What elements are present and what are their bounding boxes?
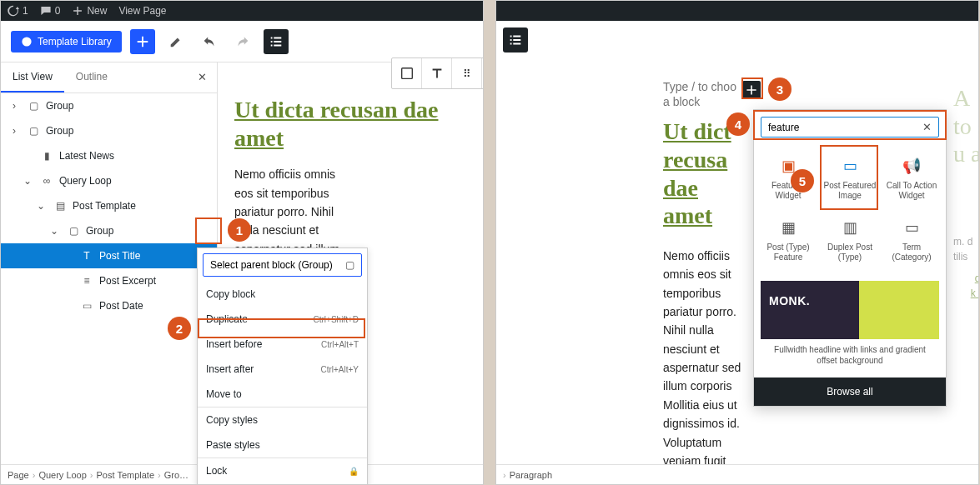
tree-item-post-date[interactable]: ▭Post Date [1, 293, 217, 318]
tree-item-group[interactable]: ⌄▢Group [1, 218, 217, 243]
search-input[interactable] [768, 122, 922, 133]
comments-count: 0 [55, 5, 61, 17]
admin-bar [496, 1, 978, 21]
background-link: d " [975, 272, 979, 284]
crumb[interactable]: Post Template [97, 470, 155, 480]
preview-description: Fullwidth headline with links and gradie… [761, 339, 939, 371]
ins-label: Call To Action Widget [884, 181, 939, 201]
heading-link[interactable]: Ut dict recusa dae amet [663, 118, 731, 228]
parent-selector-button[interactable] [392, 58, 422, 88]
chevron-down-icon: ⌄ [21, 175, 34, 187]
duplicate-item[interactable]: DuplicateCtrl+Shift+D [198, 307, 367, 332]
refresh-count: 1 [23, 5, 28, 17]
listview-toggle-button[interactable] [264, 29, 289, 54]
insert-before-item[interactable]: Insert beforeCtrl+Alt+T [198, 332, 367, 357]
view-page-item[interactable]: View Page [118, 5, 166, 17]
step-4-badge: 4 [726, 112, 750, 136]
template-icon: ▤ [53, 198, 68, 213]
comments-item[interactable]: 0 [40, 5, 61, 17]
tree-item-group[interactable]: ›▢Group [1, 118, 217, 143]
lock-item[interactable]: Lock🔒 [198, 458, 367, 483]
redo-button[interactable] [230, 29, 255, 54]
list-view-panel: List View Outline ✕ ›▢Group ›▢Group ▮Lat… [1, 62, 218, 485]
ctx-label: Lock [206, 465, 227, 477]
date-icon: ▭ [79, 298, 94, 313]
crumb[interactable]: Gro… [164, 470, 188, 480]
template-library-label: Template Library [38, 36, 112, 48]
crumb[interactable]: Query Loop [38, 470, 86, 480]
inserter-item-post-featured-image[interactable]: ▭Post Featured Image [819, 148, 881, 209]
new-item[interactable]: New [72, 5, 107, 17]
inserter-item-cta-widget[interactable]: 📢Call To Action Widget [881, 148, 942, 209]
pencil-icon [168, 34, 183, 49]
move-to-item[interactable]: Move to [198, 382, 367, 408]
block-inserter-popover: ✕ ▣Featured Widget ▭Post Featured Image … [753, 109, 947, 407]
inserter-search-field[interactable]: ✕ [761, 117, 939, 138]
copy-block-item[interactable]: Copy block [198, 282, 367, 307]
pattern-thumbnail: MONK. [761, 281, 939, 339]
copy-styles-item[interactable]: Copy styles [198, 408, 367, 432]
inserter-item-post-type-feature[interactable]: ▦Post (Type) Feature [757, 209, 819, 271]
tree-item-group[interactable]: ›▢Group [1, 93, 217, 118]
add-block-button[interactable] [130, 29, 155, 54]
heading-link[interactable]: Ut dicta recusan dae amet [234, 97, 438, 151]
chevron-right-icon: › [8, 100, 21, 112]
svg-rect-1 [401, 68, 412, 79]
inserter-pattern-preview[interactable]: MONK. Fullwidth headline with links and … [761, 281, 939, 371]
megaphone-icon: 📢 [902, 156, 922, 176]
clear-search-button[interactable]: ✕ [922, 121, 932, 133]
tree-label: Post Template [73, 200, 136, 212]
select-parent-item[interactable]: Select parent block (Group) ▢ [203, 253, 362, 277]
paste-styles-item[interactable]: Paste styles [198, 432, 367, 458]
list-icon [508, 32, 523, 48]
step-2-badge: 2 [168, 317, 191, 340]
inserter-item-term-category[interactable]: ▭Term (Category) [881, 209, 942, 271]
tree-item-latest-news[interactable]: ▮Latest News [1, 143, 217, 168]
chevron-down-icon: ⌄ [48, 225, 61, 237]
block-more-button[interactable]: ⋮ [482, 58, 484, 88]
block-type-button[interactable] [422, 58, 452, 88]
refresh-item[interactable]: 1 [8, 5, 28, 17]
post-heading: Ut dicta recusan dae amet [234, 96, 466, 152]
step-5-badge: 5 [791, 169, 814, 192]
crumb[interactable]: Paragraph [510, 470, 552, 480]
title-icon: T [79, 248, 94, 263]
close-panel-button[interactable]: ✕ [188, 62, 217, 92]
panel-tabs: List View Outline ✕ [1, 62, 217, 93]
block-placeholder[interactable]: Type / to choo a block [663, 79, 736, 109]
editor-right-screenshot: Type / to choo a block Ut dict recusa da… [495, 0, 979, 485]
tree-label: Post Title [99, 250, 140, 262]
tree-label: Latest News [59, 150, 114, 162]
tree-item-query-loop[interactable]: ⌄∞Query Loop [1, 168, 217, 193]
crumb[interactable]: Page [8, 470, 29, 480]
tree-item-post-excerpt[interactable]: ≡Post Excerpt [1, 268, 217, 293]
admin-bar: 1 0 New View Page [1, 1, 483, 21]
edit-mode-button[interactable] [163, 29, 188, 54]
undo-button[interactable] [197, 29, 222, 54]
block-floating-toolbar: ⠿ ⋮ [391, 58, 484, 89]
template-library-button[interactable]: Template Library [11, 31, 122, 52]
inserter-results-grid: ▣Featured Widget ▭Post Featured Image 📢C… [754, 144, 946, 274]
step-1-badge: 1 [228, 218, 251, 242]
editor-left-screenshot: 1 0 New View Page Template Library [0, 0, 484, 485]
background-link: k te [971, 288, 979, 299]
plus-icon [72, 5, 83, 17]
post-body: Nemo officiis omnis eos sit temporibus p… [663, 247, 746, 485]
listview-toggle-button[interactable] [503, 28, 528, 52]
tree-item-post-template[interactable]: ⌄▤Post Template [1, 193, 217, 218]
tab-listview[interactable]: List View [1, 62, 64, 92]
insert-after-item[interactable]: Insert afterCtrl+Alt+Y [198, 357, 367, 382]
tab-outline[interactable]: Outline [64, 62, 119, 92]
background-body: m. d tilis [953, 234, 979, 264]
ctx-label: Duplicate [206, 313, 248, 325]
move-handle[interactable]: ⠿ [452, 58, 482, 88]
ins-label: Post Featured Image [822, 181, 877, 201]
layout-icon: ▦ [778, 218, 798, 238]
browse-all-button[interactable]: Browse all [754, 378, 946, 406]
inline-add-block-button[interactable] [742, 81, 761, 99]
refresh-icon [8, 5, 19, 17]
inserter-item-duplex-post[interactable]: ▥Duplex Post (Type) [819, 209, 881, 271]
tree-item-post-title[interactable]: TPost Title⋮ [1, 243, 217, 268]
ctx-label: Move to [206, 388, 242, 400]
image-icon: ▭ [840, 156, 860, 176]
